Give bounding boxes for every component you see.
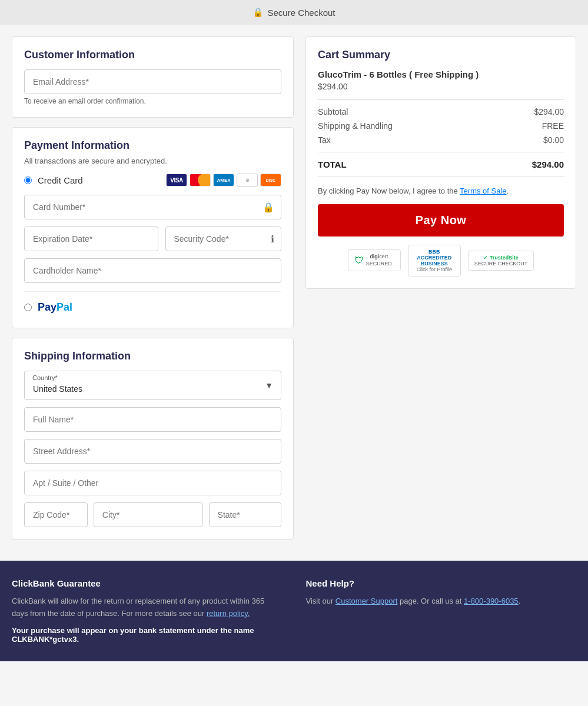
- cardholder-wrapper: [24, 258, 281, 283]
- footer: ClickBank Guarantee ClickBank will allow…: [0, 561, 588, 661]
- bbb-text: BBBACCREDITEDBUSINESSClick for Profile: [414, 249, 454, 272]
- shipping-info-title: Shipping Information: [24, 350, 281, 362]
- footer-right: Need Help? Visit our Customer Support pa…: [306, 578, 577, 644]
- cart-divider: [318, 99, 564, 100]
- state-input[interactable]: [209, 502, 281, 527]
- subtotal-value: $294.00: [534, 107, 564, 116]
- footer-right-title: Need Help?: [306, 578, 577, 588]
- visa-icon: VISA: [166, 174, 187, 187]
- terms-prefix: By clicking Pay Now below, I agree to th…: [318, 187, 460, 195]
- product-name: GlucoTrim - 6 Bottles ( Free Shipping ): [318, 69, 564, 79]
- paypal-logo: PayPal: [38, 301, 72, 314]
- trusted-site-badge: ✓ TrustedSiteSECURE CHECKOUT: [468, 251, 534, 271]
- terms-suffix: .: [507, 187, 509, 195]
- customer-information-section: Customer Information To receive an email…: [12, 36, 294, 118]
- zip-city-state-row: [24, 502, 281, 527]
- apt-suite-input[interactable]: [24, 471, 281, 495]
- bank-statement-text: Your purchase will appear on your bank s…: [12, 626, 283, 644]
- total-label: TOTAL: [318, 159, 347, 169]
- footer-right-text-3: .: [519, 597, 521, 605]
- paypal-radio[interactable]: [24, 304, 32, 311]
- security-info-icon[interactable]: ℹ: [271, 234, 274, 245]
- trusted-site-text: ✓ TrustedSiteSECURE CHECKOUT: [474, 255, 528, 267]
- country-select[interactable]: United States: [24, 371, 281, 400]
- total-value: $294.00: [532, 159, 564, 169]
- tax-label: Tax: [318, 135, 331, 145]
- cart-divider-2: [318, 152, 564, 152]
- shipping-value: FREE: [542, 121, 564, 131]
- shipping-information-section: Shipping Information Country* United Sta…: [12, 338, 294, 540]
- expiry-input[interactable]: [24, 227, 158, 251]
- card-number-wrapper: 🔒: [24, 195, 281, 219]
- paypal-option-row: PayPal: [24, 291, 281, 316]
- payment-info-subtitle: All transactions are secure and encrypte…: [24, 156, 281, 165]
- shipping-row: Shipping & Handling FREE: [318, 121, 564, 131]
- footer-right-text-1: Visit our: [306, 597, 335, 605]
- expiry-security-row: ℹ: [24, 227, 281, 251]
- subtotal-label: Subtotal: [318, 107, 348, 116]
- payment-info-title: Payment Information: [24, 139, 129, 152]
- cart-title: Cart Summary: [318, 49, 564, 61]
- credit-card-radio-label: Credit Card: [24, 175, 83, 185]
- product-price: $294.00: [318, 82, 564, 91]
- card-lock-icon: 🔒: [263, 202, 274, 213]
- credit-card-option-row: Credit Card VISA AMEX ⊙ DISC: [24, 174, 281, 187]
- discover-icon: DISC: [260, 174, 281, 187]
- city-input[interactable]: [94, 502, 203, 527]
- footer-left-text: ClickBank will allow for the return or r…: [12, 595, 283, 620]
- street-address-input[interactable]: [24, 439, 281, 464]
- digicert-badge: 🛡 digicertSECURED: [348, 249, 401, 271]
- cardholder-name-input[interactable]: [24, 258, 281, 283]
- card-icons: VISA AMEX ⊙ DISC: [166, 174, 281, 187]
- mastercard-icon: [190, 174, 211, 187]
- phone-link[interactable]: 1-800-390-6035: [464, 597, 519, 605]
- tax-row: Tax $0.00: [318, 135, 564, 145]
- street-address-wrapper: [24, 439, 281, 464]
- footer-right-text-2: page. Or call us at: [397, 597, 464, 605]
- country-label: Country*: [32, 374, 58, 381]
- digicert-text: digicertSECURED: [366, 254, 392, 267]
- footer-left: ClickBank Guarantee ClickBank will allow…: [12, 578, 283, 644]
- main-layout: Customer Information To receive an email…: [0, 25, 588, 561]
- payment-information-section: Payment Information All transactions are…: [12, 127, 294, 328]
- return-policy-link[interactable]: return policy.: [207, 609, 250, 618]
- secure-header: 🔒 Secure Checkout: [0, 0, 588, 25]
- customer-info-title: Customer Information: [24, 49, 281, 61]
- tax-value: $0.00: [543, 135, 564, 145]
- subtotal-row: Subtotal $294.00: [318, 107, 564, 116]
- country-select-wrapper: Country* United States ▼: [24, 371, 281, 400]
- security-code-input[interactable]: [165, 227, 282, 251]
- pay-now-button[interactable]: Pay Now: [318, 204, 564, 237]
- right-column: Cart Summary GlucoTrim - 6 Bottles ( Fre…: [305, 36, 576, 289]
- secure-header-text: Secure Checkout: [267, 8, 335, 18]
- apt-suite-wrapper: [24, 471, 281, 495]
- trust-badges: 🛡 digicertSECURED BBBACCREDITEDBUSINESSC…: [318, 245, 564, 277]
- shield-icon: 🛡: [354, 255, 364, 266]
- bbb-badge: BBBACCREDITEDBUSINESSClick for Profile: [408, 245, 461, 277]
- footer-right-text: Visit our Customer Support page. Or call…: [306, 595, 577, 608]
- zip-code-input[interactable]: [24, 502, 88, 527]
- terms-of-sale-link[interactable]: Terms of Sale: [460, 187, 506, 195]
- footer-left-title: ClickBank Guarantee: [12, 578, 283, 588]
- amex-icon: AMEX: [213, 174, 234, 187]
- security-code-wrapper: ℹ: [165, 227, 282, 251]
- terms-text: By clicking Pay Now below, I agree to th…: [318, 185, 564, 197]
- credit-card-label: Credit Card: [38, 175, 83, 185]
- email-field[interactable]: [24, 69, 281, 94]
- full-name-wrapper: [24, 407, 281, 432]
- email-hint: To receive an email order confirmation.: [24, 97, 281, 105]
- diners-icon: ⊙: [237, 174, 258, 187]
- credit-card-radio[interactable]: [24, 176, 32, 184]
- full-name-input[interactable]: [24, 407, 281, 432]
- lock-icon: 🔒: [253, 7, 264, 18]
- card-number-input[interactable]: [24, 195, 281, 219]
- cart-summary-card: Cart Summary GlucoTrim - 6 Bottles ( Fre…: [305, 36, 576, 289]
- customer-support-link[interactable]: Customer Support: [335, 597, 398, 605]
- shipping-label: Shipping & Handling: [318, 121, 393, 131]
- cart-divider-3: [318, 176, 564, 177]
- left-column: Customer Information To receive an email…: [12, 36, 294, 549]
- total-row: TOTAL $294.00: [318, 159, 564, 169]
